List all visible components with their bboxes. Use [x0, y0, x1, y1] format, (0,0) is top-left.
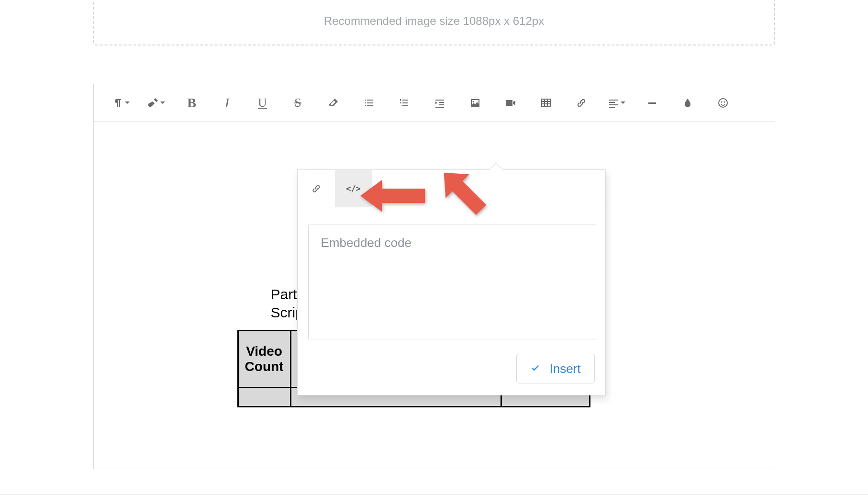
check-icon	[530, 363, 541, 374]
insert-image-button[interactable]	[457, 90, 493, 115]
list-bullet-icon	[363, 97, 375, 109]
table-header-video-count: Video Count	[238, 331, 290, 388]
format-painter-button[interactable]	[139, 90, 174, 115]
strike-icon: S	[294, 96, 301, 110]
italic-button[interactable]: I	[210, 90, 245, 115]
horizontal-rule-button[interactable]	[634, 90, 670, 115]
italic-icon: I	[225, 95, 229, 111]
bold-button[interactable]: B	[174, 90, 210, 115]
svg-point-0	[719, 99, 727, 107]
link-icon	[311, 183, 322, 194]
emoji-button[interactable]	[705, 90, 741, 115]
image-upload-hint-box[interactable]: Recommended image size 1088px x 612px	[93, 0, 775, 45]
insert-link-button[interactable]	[564, 90, 599, 115]
caret-down-icon	[125, 99, 130, 107]
clear-formatting-button[interactable]	[316, 90, 351, 115]
smiley-icon	[717, 97, 729, 109]
image-upload-hint-text: Recommended image size 1088px x 612px	[324, 14, 544, 27]
minus-icon	[646, 97, 658, 109]
paragraph-icon	[112, 97, 123, 109]
underline-icon: U	[258, 96, 267, 110]
indent-button[interactable]	[422, 90, 457, 115]
rich-text-editor: B I U S	[93, 84, 775, 469]
annotation-arrow-to-embed-tab	[358, 179, 425, 214]
indent-icon	[434, 97, 445, 109]
align-button[interactable]	[599, 90, 634, 115]
align-left-icon	[608, 97, 619, 109]
video-icon	[505, 97, 516, 109]
drop-icon	[682, 97, 693, 109]
insert-video-button[interactable]	[493, 90, 528, 115]
caret-down-icon	[160, 99, 165, 107]
paragraph-format-button[interactable]	[103, 90, 139, 115]
ordered-list-button[interactable]	[387, 90, 422, 115]
underline-button[interactable]: U	[245, 90, 280, 115]
svg-point-1	[721, 101, 722, 102]
strikethrough-button[interactable]: S	[280, 90, 316, 115]
insert-button-label: Insert	[549, 361, 580, 376]
caret-down-icon	[621, 99, 625, 107]
insert-table-button[interactable]	[528, 90, 564, 115]
page-root: Recommended image size 1088px x 612px B …	[0, 0, 868, 495]
table-icon	[540, 97, 552, 109]
bold-icon: B	[187, 95, 196, 111]
editor-content-area[interactable]: Partn Scrip Video Count screen click/ Te…	[94, 122, 775, 470]
paint-brush-icon	[147, 97, 159, 109]
content-column: Recommended image size 1088px x 612px B …	[93, 0, 775, 469]
image-icon	[469, 97, 481, 109]
popup-body	[298, 207, 605, 354]
insert-button[interactable]: Insert	[516, 354, 594, 383]
ink-drop-button[interactable]	[670, 90, 705, 115]
annotation-arrow-to-video-button	[424, 153, 491, 222]
popup-actions: Insert	[298, 354, 605, 395]
svg-point-2	[723, 101, 725, 102]
popup-tab-link[interactable]	[298, 170, 335, 207]
list-numbered-icon	[399, 97, 410, 109]
eraser-icon	[328, 97, 339, 109]
embed-code-input[interactable]	[308, 225, 596, 339]
link-icon	[576, 97, 587, 109]
unordered-list-button[interactable]	[351, 90, 387, 115]
editor-toolbar: B I U S	[94, 84, 775, 122]
